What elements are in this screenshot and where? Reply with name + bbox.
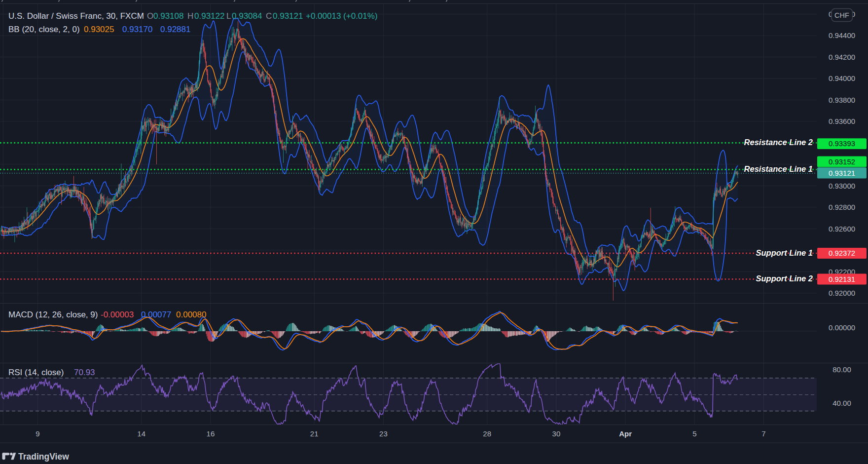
svg-text:Resistance Line 2: Resistance Line 2 [744,138,813,147]
svg-text:-0.00003: -0.00003 [101,310,134,319]
svg-text:Resistance Line 1: Resistance Line 1 [744,164,813,173]
svg-text:40.00: 40.00 [832,399,851,407]
svg-text:0.92600: 0.92600 [829,225,855,233]
svg-text:0.93121: 0.93121 [829,169,855,177]
svg-text:28: 28 [483,429,491,438]
svg-text:0.00080: 0.00080 [176,310,206,319]
svg-text:Support Line 2: Support Line 2 [756,274,813,283]
svg-text:0.93393: 0.93393 [829,139,855,148]
svg-text:0.93800: 0.93800 [829,96,855,104]
svg-text:RSI (14, close): RSI (14, close) [8,368,64,377]
svg-text:5: 5 [692,429,696,438]
svg-text:Support Line 1: Support Line 1 [756,248,813,257]
svg-text:0.93600: 0.93600 [829,117,855,125]
svg-text:7: 7 [761,429,765,438]
svg-text:0.94200: 0.94200 [829,53,855,61]
svg-text:80.00: 80.00 [832,365,851,374]
svg-text:0.92000: 0.92000 [829,289,855,297]
svg-text:0.93000: 0.93000 [829,182,855,190]
svg-text:70.93: 70.93 [74,368,95,377]
svg-text:0.00000: 0.00000 [829,323,855,332]
svg-text:0.92131: 0.92131 [829,275,855,283]
svg-text:0.00077: 0.00077 [141,310,171,319]
svg-text:14: 14 [137,429,145,438]
svg-text:16: 16 [207,429,215,438]
svg-text:MACD (12, 26, close, 9): MACD (12, 26, close, 9) [8,310,98,319]
svg-text:0.94400: 0.94400 [829,31,855,39]
svg-text:9: 9 [36,429,39,438]
svg-text:21: 21 [310,429,319,438]
svg-text:U.S. Dollar / Swiss Franc, 30,: U.S. Dollar / Swiss Franc, 30, FXCM [8,11,144,21]
svg-text:0.93170: 0.93170 [122,25,152,34]
svg-text:BB (20, close, 2, 0): BB (20, close, 2, 0) [8,25,80,34]
svg-text:0.93108: 0.93108 [153,11,183,21]
svg-text:CHF: CHF [834,11,849,19]
svg-text:+0.00013 (+0.01%): +0.00013 (+0.01%) [306,11,378,21]
svg-text:0.92800: 0.92800 [829,203,855,211]
svg-text:C: C [266,11,272,21]
svg-text:0.92881: 0.92881 [160,25,190,34]
svg-text:0.93025: 0.93025 [84,25,114,34]
svg-text:0.93152: 0.93152 [829,157,855,166]
svg-text:H: H [187,11,193,21]
svg-text:0.93084: 0.93084 [232,11,262,21]
svg-text:O: O [147,11,153,21]
svg-text:0.93122: 0.93122 [194,11,224,21]
svg-text:Apr: Apr [619,429,632,438]
svg-text:0.94000: 0.94000 [829,74,855,82]
svg-text:23: 23 [379,429,388,438]
svg-text:L: L [226,11,231,21]
svg-text:TradingView: TradingView [18,452,69,462]
svg-text:0.93121: 0.93121 [273,11,303,21]
svg-text:30: 30 [552,429,561,438]
svg-text:0.92372: 0.92372 [829,249,855,257]
